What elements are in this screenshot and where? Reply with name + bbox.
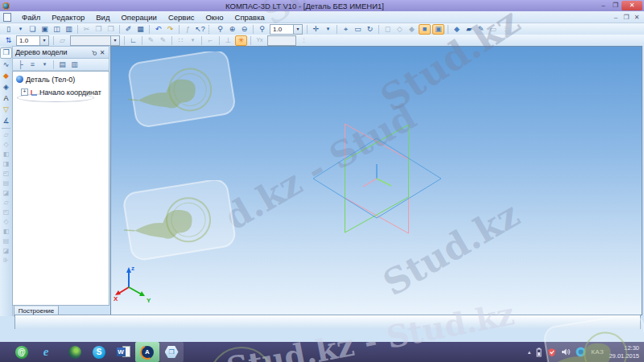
tree-relations-button[interactable]: ▥ (69, 60, 80, 69)
zoom-scale-dropdown-icon[interactable]: ▾ (293, 25, 302, 34)
new-dropdown-icon[interactable]: ▾ (15, 24, 26, 34)
property-bar[interactable] (14, 315, 641, 330)
tree-view-dropdown-icon[interactable]: ▾ (39, 60, 50, 69)
variables-button[interactable]: ▦ (135, 24, 146, 34)
edit-part-button[interactable]: ❒ (0, 47, 12, 59)
toolbar2-more-icon[interactable]: ⋮ (299, 35, 309, 45)
taskbar-clock[interactable]: 12:30 29.01.2015 (609, 344, 639, 360)
toolbar-more-icon[interactable]: ⋮ (500, 24, 510, 34)
taskbar-internet-explorer-button[interactable]: e (34, 342, 58, 362)
hidden-lines-removed-button[interactable]: ◆ (407, 24, 417, 34)
spline-button[interactable]: ∿ (1, 59, 11, 70)
eraser-button[interactable]: ▱ (57, 35, 68, 45)
shell-button[interactable]: ◧ (1, 227, 11, 237)
panel-handle[interactable]: ⊪ (1, 256, 11, 265)
shaded-button[interactable]: ■ (419, 24, 431, 35)
document-icon[interactable] (3, 13, 11, 22)
menu-service[interactable]: Сервис (163, 13, 200, 22)
zoom-out-button[interactable]: ⊖ (239, 24, 250, 34)
current-scale-dropdown-icon[interactable]: ▾ (39, 36, 48, 45)
rebuild-button[interactable]: ▭ (488, 24, 498, 34)
rib-button[interactable]: ◇ (1, 217, 11, 227)
grid-button[interactable]: ∷ (175, 35, 186, 45)
pan-button[interactable]: ⌖ (341, 24, 351, 34)
undo-button[interactable]: ↶ (153, 24, 163, 34)
taskbar-kompas-viewer-button[interactable]: ❒ (159, 342, 184, 362)
snaps-button[interactable]: ✳ (235, 35, 247, 46)
lcs-button[interactable]: ⌐ (205, 35, 216, 45)
tree-view-button[interactable]: ≡ (27, 60, 38, 69)
speaker-icon[interactable] (561, 348, 571, 356)
paste-button[interactable]: ❒ (105, 24, 116, 34)
viewport-3d[interactable]: z X Y (110, 46, 642, 315)
minimize-button[interactable]: – (597, 1, 609, 10)
cut-extrude-button[interactable]: ◰ (1, 169, 11, 179)
network-app-icon[interactable] (576, 347, 586, 357)
print-button[interactable]: ▥ (64, 24, 74, 34)
point-button[interactable]: ◆ (1, 70, 11, 81)
context-help-button[interactable]: ↖? (195, 24, 205, 34)
menu-window[interactable]: Окно (200, 13, 229, 22)
rotate-view-button[interactable]: ↻ (365, 24, 375, 34)
cut-button[interactable]: ✂ (81, 24, 92, 34)
ortho-button[interactable]: ⊥ (223, 35, 233, 45)
current-scale-combo[interactable]: 1.0 ▾ (16, 35, 49, 46)
mdi-close-button[interactable]: ✕ (633, 14, 641, 21)
coordinate-combo[interactable] (267, 35, 296, 46)
language-indicator[interactable]: КАЗ (591, 348, 604, 356)
taskbar-2gis-button[interactable] (63, 342, 87, 362)
array-button[interactable]: ▤ (1, 237, 11, 246)
menu-view[interactable]: Вид (90, 13, 115, 22)
mirror-button[interactable]: ◪ (1, 246, 11, 256)
extrude-button[interactable]: ▱ (1, 130, 11, 140)
orientation-button[interactable]: ✛ (311, 24, 321, 34)
draw-mode-button[interactable]: ✎ (146, 35, 156, 45)
tray-chevron-up-icon[interactable]: ▴ (528, 349, 531, 356)
surfaces-button[interactable]: ◈ (1, 81, 11, 93)
orientation-dropdown-icon[interactable]: ▾ (323, 24, 333, 34)
hidden-lines-thin-button[interactable]: ◇ (394, 24, 405, 34)
grid-dropdown-icon[interactable]: ▾ (188, 35, 198, 45)
zoom-frame-button[interactable]: ▭ (353, 24, 363, 34)
hole-button[interactable]: ◰ (1, 208, 11, 217)
tree-item-part[interactable]: Деталь (Тел-0) (13, 74, 109, 84)
taskbar-kompas-button-active[interactable]: А (135, 342, 159, 362)
state-combo-dropdown-icon[interactable]: ▾ (110, 36, 119, 45)
save-button[interactable]: ▣ (39, 24, 50, 34)
change-scale-button[interactable]: ⇅ (3, 35, 14, 45)
zoom-scale-combo[interactable]: 1.0 ▾ (270, 24, 303, 35)
open-button[interactable]: ❏ (27, 24, 38, 34)
perspective-button[interactable]: ▰ (464, 24, 474, 34)
zoom-in-button[interactable]: ⊕ (227, 24, 237, 34)
menu-edit[interactable]: Редактор (46, 13, 90, 22)
tree-report-button[interactable]: ▤ (57, 60, 68, 69)
taskbar-mailru-agent-button[interactable]: @ (10, 342, 34, 362)
mdi-minimize-button[interactable]: – (612, 14, 620, 21)
loft-button[interactable]: ◨ (1, 159, 11, 169)
cut-revolve-button[interactable]: ▤ (1, 179, 11, 188)
battery-icon[interactable] (535, 348, 543, 357)
local-cs-button[interactable]: ∟ (128, 35, 138, 45)
mdi-restore-button[interactable]: ❐ (622, 14, 630, 21)
wireframe-button[interactable]: ◻ (382, 24, 393, 34)
coordinates-button[interactable]: Yx (254, 35, 265, 45)
zoom-all-button[interactable]: ⚲ (257, 24, 267, 34)
annotation-button[interactable]: A (1, 93, 11, 104)
state-combo[interactable]: ▾ (70, 35, 120, 46)
filter-button[interactable]: ▽ (1, 104, 11, 115)
taskbar-skype-button[interactable]: S (87, 342, 111, 362)
kinematic-button[interactable]: ◧ (1, 150, 11, 159)
chamfer-button[interactable]: ▱ (1, 198, 11, 208)
new-document-button[interactable]: ▯ (3, 24, 14, 34)
redo-button[interactable]: ↷ (165, 24, 175, 34)
shaded-with-edges-button[interactable]: ▣ (432, 24, 444, 35)
menu-file[interactable]: Файл (16, 13, 46, 22)
close-button[interactable]: ✕ (621, 1, 642, 10)
sketch-button[interactable]: ✎ (476, 24, 486, 34)
fillet-button[interactable]: ◪ (1, 188, 11, 198)
antivirus-shield-icon[interactable] (547, 348, 556, 357)
fx-button[interactable]: ƒ (183, 24, 193, 34)
menu-help[interactable]: Справка (229, 13, 270, 22)
revolve-button[interactable]: ◇ (1, 140, 11, 150)
maximize-button[interactable]: ❐ (609, 1, 621, 10)
